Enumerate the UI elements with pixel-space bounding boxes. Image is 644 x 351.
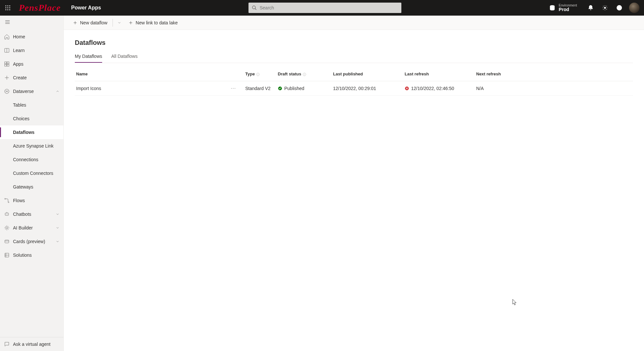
col-last-refresh[interactable]: Last refresh [405,72,476,76]
app-name: Power Apps [71,5,101,11]
new-dataflow-button[interactable]: New dataflow [70,18,111,28]
sidebar-footer: Ask a virtual agent [0,337,63,351]
svg-point-27 [5,198,6,199]
cell-type: Standard V2 [245,86,278,91]
table-row[interactable]: Import Icons ⋯ Standard V2 Published 12/… [75,81,633,96]
search-input[interactable] [260,5,398,10]
svg-point-31 [7,214,8,214]
svg-point-7 [7,9,8,10]
hamburger-icon [5,19,10,25]
sidebar-item-home[interactable]: Home [0,30,63,44]
sidebar-item-create[interactable]: Create [0,71,63,84]
sidebar-item-label: Chatbots [13,212,31,217]
sidebar-sub-choices[interactable]: Choices [0,112,63,125]
sidebar-item-chatbots[interactable]: Chatbots [0,207,63,221]
sidebar-item-label: Cards (preview) [13,239,45,244]
sidebar-item-label: Azure Synapse Link [13,143,54,149]
chat-icon [4,341,10,347]
sidebar-item-label: Flows [13,198,25,203]
new-dataflow-dropdown[interactable] [115,18,124,28]
learn-icon [4,47,10,53]
sidebar-item-apps[interactable]: Apps [0,57,63,71]
new-link-button[interactable]: New link to data lake [125,18,181,28]
sidebar-toggle[interactable] [0,16,63,29]
solutions-icon [4,252,10,258]
sidebar-item-dataverse[interactable]: Dataverse [0,84,63,98]
sidebar-item-label: Home [13,34,25,39]
dataflow-name[interactable]: Import Icons [76,86,101,91]
sidebar-item-label: AI Builder [13,225,33,230]
table-header: Name Type Draft status Last published La… [75,67,633,81]
svg-point-1 [7,6,8,6]
flows-icon [4,198,10,203]
svg-rect-22 [5,64,7,66]
environment-picker[interactable]: Environment Prod [549,4,577,12]
col-last-published[interactable]: Last published [333,72,405,76]
ask-virtual-agent[interactable]: Ask a virtual agent [0,337,63,351]
plus-icon [4,75,10,81]
cell-next-refresh: N/A [476,86,535,91]
svg-rect-34 [5,240,9,243]
sidebar-item-solutions[interactable]: Solutions [0,248,63,262]
tab-all-dataflows[interactable]: All Dataflows [111,54,138,63]
sidebar-item-label: Connections [13,157,38,162]
tab-my-dataflows[interactable]: My Dataflows [75,54,102,63]
svg-point-30 [6,214,7,214]
sidebar-sub-synapse[interactable]: Azure Synapse Link [0,139,63,153]
col-name[interactable]: Name [76,72,245,76]
svg-point-0 [6,6,7,6]
sidebar-item-label: Gateways [13,184,33,189]
main: New dataflow New link to data lake Dataf… [64,16,644,351]
svg-point-33 [6,227,8,229]
sidebar-item-flows[interactable]: Flows [0,194,63,207]
svg-point-3 [6,7,7,8]
svg-point-46 [304,73,305,74]
svg-point-28 [8,202,9,203]
chatbots-icon [4,211,10,217]
col-next-refresh[interactable]: Next refresh [476,72,535,76]
sidebar-sub-connections[interactable]: Connections [0,153,63,166]
svg-point-43 [258,73,258,74]
svg-point-4 [7,7,8,8]
svg-point-5 [9,7,10,8]
user-avatar[interactable] [629,3,639,13]
search-box[interactable] [248,3,401,13]
svg-point-14 [619,9,619,9]
sidebar-sub-dataflows[interactable]: Dataflows [0,125,63,139]
cell-name: Import Icons ⋯ [76,85,245,91]
sidebar-sub-customconn[interactable]: Custom Connectors [0,166,63,180]
row-more-button[interactable]: ⋯ [231,85,236,91]
notifications-button[interactable] [584,0,597,16]
button-label: New dataflow [80,20,107,25]
svg-point-26 [5,89,9,94]
tabs: My Dataflows All Dataflows [75,54,633,63]
col-type[interactable]: Type [245,72,278,76]
sidebar-sub-tables[interactable]: Tables [0,98,63,112]
settings-button[interactable] [598,0,611,16]
col-draft-status[interactable]: Draft status [278,72,333,76]
cards-icon [4,239,10,244]
sidebar-sub-gateways[interactable]: Gateways [0,180,63,194]
tenant-logo: PensPlace [19,3,61,13]
help-button[interactable] [613,0,626,16]
app-launcher-button[interactable] [3,3,13,13]
sidebar-item-label: Apps [13,61,23,67]
sidebar-item-label: Create [13,75,27,80]
home-icon [4,34,10,40]
gear-icon [602,5,608,11]
sidebar-item-label: Choices [13,116,30,121]
cell-last-published: 12/10/2022, 00:29:01 [333,86,405,91]
sidebar-item-label: Learn [13,48,25,53]
sidebar-item-learn[interactable]: Learn [0,44,63,57]
sidebar-item-label: Ask a virtual agent [13,342,50,347]
cell-last-refresh: 12/10/2022, 02:46:50 [405,86,476,91]
dataflows-table: Name Type Draft status Last published La… [75,67,633,96]
svg-line-10 [255,8,256,10]
chevron-down-icon [56,240,60,243]
sidebar-item-aibuilder[interactable]: AI Builder [0,221,63,235]
svg-rect-20 [5,62,7,64]
aibuilder-icon [4,225,10,231]
sidebar-item-label: Dataflows [13,130,34,135]
page-title: Dataflows [75,39,633,46]
sidebar-item-cards[interactable]: Cards (preview) [0,235,63,248]
